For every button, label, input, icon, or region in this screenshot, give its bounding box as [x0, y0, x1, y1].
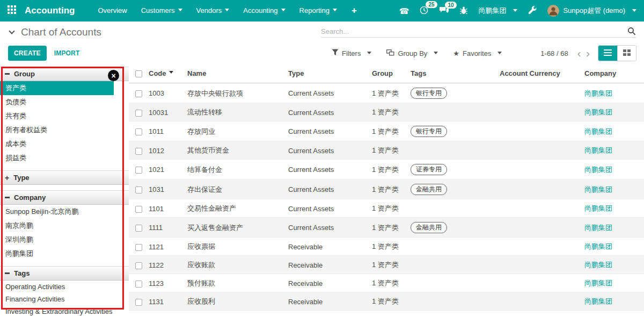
filter-item[interactable]: 负债类 [0, 95, 129, 109]
filter-item[interactable]: Sunpop Beijin-北京尚鹏 [0, 205, 129, 219]
cell-company: 尚鹏集团 [583, 218, 644, 238]
company-link[interactable]: 尚鹏集团 [584, 108, 612, 116]
filter-item[interactable]: 深圳尚鹏 [0, 233, 129, 247]
messages-button[interactable]: 10 [439, 6, 449, 16]
table-row[interactable]: 1122应收账款Receivable1 资产类尚鹏集团 [129, 256, 644, 274]
row-checkbox[interactable] [135, 225, 142, 232]
company-link[interactable]: 尚鹏集团 [584, 261, 612, 269]
chevron-down-icon[interactable] [9, 28, 14, 34]
table-row[interactable]: 1031存出保证金Current Assets1 资产类金融共用尚鹏集团 [129, 179, 644, 199]
table-header-row: CodeNameTypeGroupTagsAccount CurrencyCom… [129, 63, 644, 83]
tools-button[interactable] [528, 6, 537, 16]
filters-button[interactable]: Filters [332, 49, 371, 58]
company-link[interactable]: 尚鹏集团 [584, 297, 612, 305]
topbar-menu-overview[interactable]: Overview [91, 0, 134, 21]
cell-tags [409, 141, 498, 160]
row-checkbox[interactable] [135, 281, 142, 288]
column-header-type[interactable]: Type [287, 63, 370, 83]
activities-button[interactable]: 25 [420, 6, 428, 16]
topbar-menu-customers[interactable]: Customers [134, 0, 189, 21]
cell-name: 存放同业 [186, 121, 287, 141]
company-link[interactable]: 尚鹏集团 [584, 185, 612, 193]
row-checkbox[interactable] [135, 110, 142, 117]
row-checkbox[interactable] [135, 186, 142, 193]
table-row[interactable]: 10031流动性转移Current Assets1 资产类尚鹏集团 [129, 103, 644, 121]
cell-tags [409, 256, 498, 274]
column-header-account-currency[interactable]: Account Currency [498, 63, 583, 83]
table-row[interactable]: 1121应收票据Receivable1 资产类尚鹏集团 [129, 238, 644, 256]
table-row[interactable]: 1021结算备付金Current Assets1 资产类证券专用尚鹏集团 [129, 160, 644, 179]
favorites-button[interactable]: ★ Favorites [453, 49, 502, 58]
company-link[interactable]: 尚鹏集团 [584, 242, 612, 250]
filter-item[interactable]: 共有类 [0, 109, 129, 123]
filter-item[interactable]: 成本类 [0, 137, 129, 151]
filter-item[interactable]: 资产类 [0, 81, 114, 95]
cell-account-currency [498, 83, 583, 103]
checkbox-cell [129, 311, 147, 316]
cell-code: 1122 [147, 256, 186, 274]
row-checkbox[interactable] [135, 299, 142, 306]
row-checkbox[interactable] [135, 206, 142, 213]
column-header-code[interactable]: Code [147, 63, 186, 83]
table-row[interactable]: 1131应收股利Receivable1 资产类尚鹏集团 [129, 292, 644, 311]
filter-section-tags[interactable]: Tags [0, 266, 129, 281]
search-input[interactable] [321, 27, 627, 35]
phone-button[interactable]: ☎ [399, 7, 409, 15]
row-checkbox[interactable] [135, 167, 142, 174]
pager-next-button[interactable]: › [583, 48, 592, 59]
company-link[interactable]: 尚鹏集团 [584, 204, 612, 212]
filter-section-company[interactable]: Company [0, 190, 129, 205]
topbar-menu-accounting[interactable]: Accounting [236, 0, 292, 21]
column-header-name[interactable]: Name [186, 63, 287, 83]
kanban-view-button[interactable] [617, 46, 636, 61]
table-row[interactable]: 1011存放同业Current Assets1 资产类银行专用尚鹏集团 [129, 121, 644, 141]
company-link[interactable]: 尚鹏集团 [584, 166, 612, 174]
filter-item[interactable]: Financing Activities [0, 293, 129, 305]
company-link[interactable]: 尚鹏集团 [584, 127, 612, 135]
company-link[interactable]: 尚鹏集团 [584, 224, 612, 232]
group-by-button[interactable]: Group By [386, 49, 438, 58]
row-checkbox[interactable] [135, 262, 142, 269]
column-header-company[interactable]: Company [583, 63, 644, 83]
company-link[interactable]: 尚鹏集团 [584, 89, 612, 97]
filter-item[interactable]: Investing & Extraordinary Activities [0, 305, 129, 316]
filter-section-type[interactable]: +Type [0, 170, 129, 185]
debug-button[interactable] [460, 6, 467, 16]
table-row[interactable]: 1003存放中央银行款项Current Assets1 资产类银行专用尚鹏集团 [129, 83, 644, 103]
topbar-menu-reporting[interactable]: Reporting [292, 0, 344, 21]
table-row[interactable]: 1012其他货币资金Current Assets1 资产类尚鹏集团 [129, 141, 644, 160]
user-menu[interactable]: Sunpop超管 (demo) [547, 5, 636, 17]
table-row[interactable]: 1101交易性金融资产Current Assets1 资产类尚鹏集团 [129, 199, 644, 218]
search-icon[interactable] [627, 27, 636, 35]
filter-item[interactable]: 尚鹏集团 [0, 247, 129, 261]
create-button[interactable]: CREATE [8, 46, 47, 61]
pager-previous-button[interactable]: ‹ [575, 48, 584, 59]
company-link[interactable]: 尚鹏集团 [584, 279, 612, 287]
filter-item[interactable]: 损益类 [0, 151, 129, 165]
pager-range: 1-68 / 68 [540, 49, 568, 58]
row-checkbox[interactable] [135, 148, 142, 155]
column-header-group[interactable]: Group [370, 63, 409, 83]
topbar-menu-vendors[interactable]: Vendors [189, 0, 237, 21]
row-checkbox[interactable] [135, 128, 142, 135]
cell-tags: 证券专用 [409, 160, 498, 179]
cell-name: 应收股利 [186, 292, 287, 311]
filter-item[interactable]: 南京尚鹏 [0, 219, 129, 233]
list-view-button[interactable] [598, 46, 617, 61]
filter-item[interactable]: Operating Activities [0, 281, 129, 293]
row-checkbox[interactable] [135, 90, 142, 97]
filter-item[interactable]: 所有者权益类 [0, 123, 129, 137]
company-switcher[interactable]: 尚鹏集团 [478, 6, 517, 16]
row-checkbox[interactable] [135, 244, 142, 251]
select-all-checkbox[interactable] [135, 70, 142, 77]
quick-create-button[interactable]: + [344, 0, 364, 21]
table-row[interactable]: 1123预付账款Receivable1 资产类尚鹏集团 [129, 274, 644, 292]
company-link[interactable]: 尚鹏集团 [584, 146, 612, 154]
table-row[interactable]: 1111买入返售金融资产Current Assets1 资产类金融共用尚鹏集团 [129, 218, 644, 238]
apps-menu-button[interactable] [0, 0, 24, 21]
import-button[interactable]: IMPORT [54, 49, 80, 57]
app-title[interactable]: Accounting [25, 5, 75, 16]
checkbox-cell [129, 83, 147, 103]
column-header-tags[interactable]: Tags [409, 63, 498, 83]
table-row[interactable]: 1132应收利息Receivable1 资产类尚鹏集团 [129, 311, 644, 316]
